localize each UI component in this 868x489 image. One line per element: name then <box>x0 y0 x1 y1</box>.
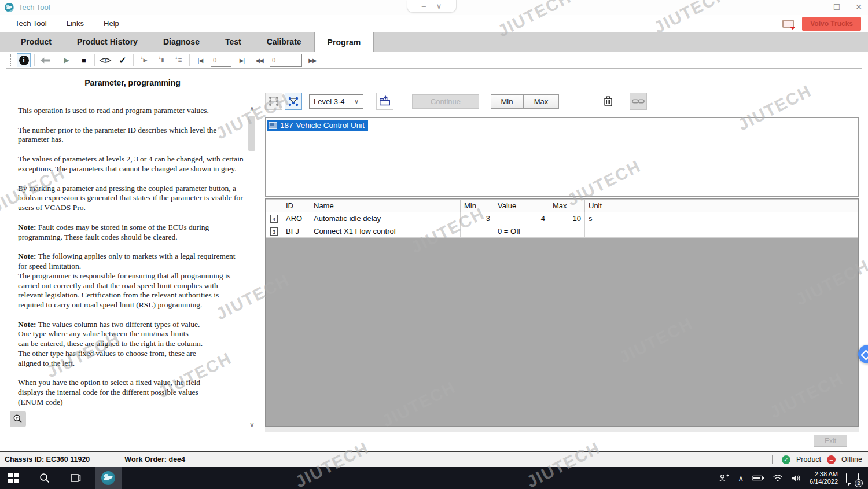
windows-logo-icon <box>8 473 19 483</box>
description-paragraph: Note: The values column has two differen… <box>18 320 244 369</box>
tab[interactable]: Test <box>212 32 254 52</box>
view-grid-button[interactable] <box>265 93 282 110</box>
scroll-down-icon[interactable]: ∨ <box>248 421 256 429</box>
magnifier-plus-icon <box>13 414 23 424</box>
tab[interactable]: Product <box>8 32 64 52</box>
maximize-button[interactable]: ☐ <box>833 1 841 13</box>
taskbar-clock[interactable]: 2:38 AM 6/14/2022 <box>810 470 838 486</box>
tab[interactable]: Program <box>314 32 374 52</box>
col-level[interactable] <box>266 200 282 212</box>
fast-forward-icon: ▶▶ <box>308 57 316 64</box>
exit-button[interactable]: Exit <box>814 435 847 447</box>
col-max[interactable]: Max <box>549 200 585 212</box>
stop-icon: ■ <box>82 56 86 65</box>
restore-parameters-button[interactable] <box>376 93 393 110</box>
fast-forward-button[interactable]: ▶▶ <box>306 53 319 67</box>
taskbar: ∧ 2:38 AM 6/14/2022 2 <box>0 467 868 489</box>
description-paragraph: The values of parameters at levels 2, 3 … <box>18 155 244 174</box>
scroll-thumb[interactable] <box>248 116 255 151</box>
frame-counter-input[interactable] <box>211 54 231 67</box>
info-icon: i <box>19 56 29 65</box>
search-button[interactable] <box>31 467 58 489</box>
product-status-icon: ✓ <box>782 455 790 464</box>
battery-icon[interactable] <box>752 475 764 481</box>
zoom-button[interactable] <box>10 411 26 427</box>
remote-control-pill[interactable]: – ∨ <box>407 0 457 13</box>
parameter-row[interactable]: 4 ARO Automatic idle delay 3 4 10 s <box>266 212 858 225</box>
status-bar: Chassis ID: EC360 11920 Work Order: dee4… <box>0 451 868 467</box>
col-id[interactable]: ID <box>282 200 310 212</box>
operation-description: This operation is used to read and progr… <box>18 106 244 417</box>
info-button[interactable]: i <box>17 53 31 67</box>
pill-minimize-icon[interactable]: – <box>422 2 426 10</box>
parameter-toolbar: Level 3-4∨ Continue Min Max <box>265 90 861 113</box>
play-button[interactable]: ▶ <box>60 53 73 67</box>
continue-button[interactable]: Continue <box>412 94 479 109</box>
min-button[interactable]: Min <box>491 94 523 109</box>
col-value[interactable]: Value <box>494 200 549 212</box>
max-button[interactable]: Max <box>523 94 559 109</box>
operation-title: Parameter, programming <box>6 78 259 87</box>
help-scrollbar[interactable]: ∧ ∨ <box>248 105 256 431</box>
window-title: Tech Tool <box>19 3 50 12</box>
taskbar-tech-tool-app[interactable] <box>95 467 122 489</box>
go-first-button[interactable]: |◀ <box>193 53 207 67</box>
floating-assist-button[interactable] <box>858 345 868 363</box>
wifi-icon[interactable] <box>773 474 783 482</box>
go-last-button[interactable]: ▶| <box>235 53 249 67</box>
view-tree-button[interactable] <box>285 93 302 110</box>
menu-item[interactable]: Help <box>104 19 119 28</box>
tab[interactable]: Calibrate <box>254 32 314 52</box>
pill-chevron-down-icon[interactable]: ∨ <box>436 2 442 10</box>
frame-counter-input-2[interactable] <box>270 54 302 67</box>
play-icon: ▶ <box>64 56 69 64</box>
parameter-row[interactable]: 3 BFJ Connect X1 Flow control 0 = Off <box>266 225 858 238</box>
step-forward-button[interactable]: ¹▶ <box>137 53 151 67</box>
menu-item[interactable]: Links <box>67 19 84 28</box>
parameter-table: ID Name Min Value Max Unit 4 ARO Automat… <box>266 199 858 238</box>
skip-start-icon: |◀ <box>198 57 203 64</box>
level-dropdown[interactable]: Level 3-4∨ <box>309 94 363 109</box>
title-bar: Tech Tool – ∨ – ☐ ✕ <box>0 0 868 15</box>
remote-session-icon[interactable] <box>782 20 794 28</box>
step-list-button[interactable]: ¹≣ <box>172 53 186 67</box>
operation-toolbar: i ▶ ■ ! ✓ ¹▶ ¹▮ ¹≣ |◀ ▶| ◀◀ ▶▶ <box>6 52 862 69</box>
description-paragraph: Note: The following applies only to mark… <box>18 252 244 310</box>
clock-date: 6/14/2022 <box>810 478 838 486</box>
minimize-button[interactable]: – <box>814 1 818 13</box>
menu-item[interactable]: Tech Tool <box>15 19 47 28</box>
start-button[interactable] <box>0 467 27 489</box>
speaker-icon[interactable] <box>791 474 801 483</box>
tech-tool-app-icon <box>101 471 115 485</box>
col-name[interactable]: Name <box>310 200 461 212</box>
step-pause-button[interactable]: ¹▮ <box>155 53 168 67</box>
confirm-button[interactable]: ✓ <box>116 53 130 67</box>
toolbar-grip[interactable] <box>10 54 12 66</box>
chassis-id: Chassis ID: EC360 11920 <box>5 455 90 464</box>
tab[interactable]: Product History <box>64 32 150 52</box>
action-center-button[interactable]: 2 <box>846 473 859 483</box>
help-panel: Parameter, programming This operation is… <box>6 73 259 431</box>
step-list-icon: ≣ <box>178 57 182 63</box>
horizontal-scrollbar[interactable] <box>265 427 859 432</box>
task-view-button[interactable] <box>62 467 89 489</box>
close-button[interactable]: ✕ <box>855 1 862 13</box>
rewind-button[interactable]: ◀◀ <box>252 53 266 67</box>
volvo-trucks-button[interactable]: Volvo Trucks <box>802 17 861 31</box>
skip-end-icon: ▶| <box>240 57 244 64</box>
ecu-item-selected[interactable]: 187 Vehicle Control Unit <box>267 120 368 131</box>
coupled-parameter-button[interactable] <box>630 93 647 110</box>
stop-button[interactable]: ■ <box>77 53 91 67</box>
check-icon: ✓ <box>119 55 126 66</box>
delete-button[interactable] <box>599 93 617 110</box>
back-button[interactable] <box>38 53 52 67</box>
col-min[interactable]: Min <box>461 200 494 212</box>
people-icon[interactable] <box>719 473 730 483</box>
inspect-button[interactable]: ! <box>98 53 112 67</box>
clock-time: 2:38 AM <box>810 470 838 478</box>
app-logo-icon <box>5 3 14 12</box>
tray-chevron-icon[interactable]: ∧ <box>738 474 744 483</box>
col-unit[interactable]: Unit <box>585 200 858 212</box>
tab[interactable]: Diagnose <box>150 32 212 52</box>
scroll-up-icon[interactable]: ∧ <box>248 105 256 113</box>
